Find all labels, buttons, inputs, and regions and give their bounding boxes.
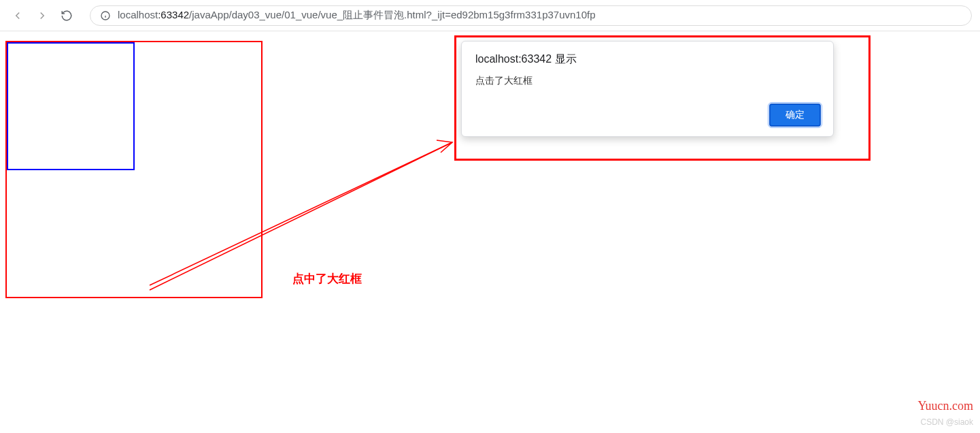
- page-viewport: 点中了大红框 localhost:63342 显示 点击了大红框 确定 Yuuc…: [0, 31, 980, 433]
- alert-dialog-title: localhost:63342 显示: [475, 52, 821, 67]
- browser-toolbar: localhost:63342/javaApp/day03_vue/01_vue…: [0, 0, 980, 31]
- ok-button[interactable]: 确定: [769, 103, 821, 127]
- annotation-label: 点中了大红框: [292, 271, 362, 287]
- alert-dialog: localhost:63342 显示 点击了大红框 确定: [461, 41, 834, 137]
- forward-button[interactable]: [33, 6, 52, 25]
- watermark-csdn: CSDN @siaok: [918, 416, 973, 429]
- reload-button[interactable]: [57, 6, 76, 25]
- url-host-black: :63342: [158, 9, 189, 20]
- url-path: /javaApp/day03_vue/01_vue/vue_阻止事件冒泡.htm…: [189, 9, 595, 20]
- outer-red-box[interactable]: [5, 41, 263, 298]
- inner-blue-box[interactable]: [7, 42, 135, 170]
- address-bar[interactable]: localhost:63342/javaApp/day03_vue/01_vue…: [90, 5, 972, 26]
- alert-dialog-actions: 确定: [475, 103, 821, 127]
- url-host-gray: localhost: [118, 9, 158, 20]
- back-button[interactable]: [8, 6, 27, 25]
- watermark-site: Yuucn.com: [918, 396, 973, 416]
- watermark-area: Yuucn.com CSDN @siaok: [918, 396, 973, 429]
- url-text: localhost:63342/javaApp/day03_vue/01_vue…: [118, 9, 596, 22]
- site-info-icon[interactable]: [100, 10, 111, 21]
- alert-dialog-message: 点击了大红框: [475, 75, 821, 87]
